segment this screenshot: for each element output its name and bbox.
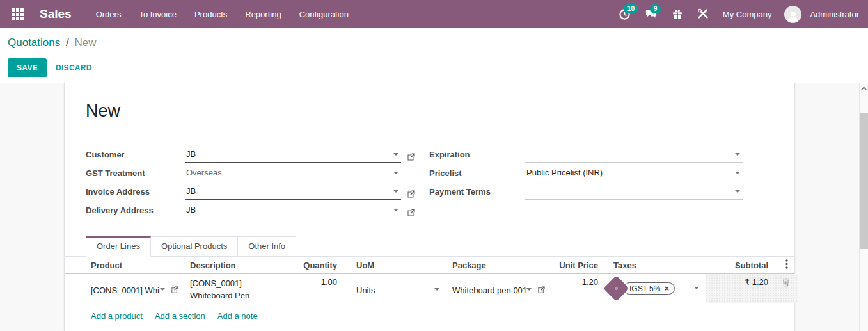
header-taxes: Taxes xyxy=(608,261,706,270)
field-gst-treatment: GST Treatment Overseas xyxy=(86,163,418,181)
expiration-value xyxy=(525,154,735,156)
customer-label: Customer xyxy=(86,150,185,163)
invoice-address-label: Invoice Address xyxy=(86,187,185,200)
uom-cell[interactable]: Units xyxy=(351,274,447,303)
user-avatar[interactable] xyxy=(784,6,801,23)
scrollbar-thumb[interactable] xyxy=(860,113,868,249)
field-pricelist: Pricelist Public Pricelist (INR) xyxy=(429,163,752,181)
tools-icon[interactable] xyxy=(692,4,714,24)
tab-optional-products[interactable]: Optional Products xyxy=(151,236,238,257)
header-package: Package xyxy=(447,261,551,270)
subtotal-readonly-cell: ₹ 1.20 xyxy=(706,274,798,303)
gst-treatment-label: GST Treatment xyxy=(86,168,185,181)
menu-to-invoice[interactable]: To Invoice xyxy=(131,1,184,28)
chevron-down-icon xyxy=(694,287,699,289)
chevron-down-icon xyxy=(160,288,165,291)
quantity-cell[interactable]: 1.00 xyxy=(294,274,342,303)
tax-badge-label: IGST 5% xyxy=(629,284,660,293)
gst-treatment-value: Overseas xyxy=(185,168,393,179)
order-lines-table: Product Description Quantity UoM Package… xyxy=(65,257,794,321)
control-panel: Quotations / New SAVE DISCARD xyxy=(0,28,868,83)
menu-configuration[interactable]: Configuration xyxy=(292,1,356,28)
tax-badge: IGST 5% × xyxy=(624,282,675,295)
header-quantity: Quantity xyxy=(294,261,342,270)
product-external-link-icon[interactable] xyxy=(171,286,179,294)
message-count-badge: 9 xyxy=(650,4,661,13)
systray: 10 9 My Company Administrator xyxy=(613,4,859,24)
uom-value: Units xyxy=(356,286,434,295)
delivery-address-label: Delivery Address xyxy=(86,206,185,218)
vertical-scrollbar[interactable] xyxy=(859,83,868,331)
breadcrumb-quotations[interactable]: Quotations xyxy=(8,36,60,49)
menu-reporting[interactable]: Reporting xyxy=(237,1,288,28)
discard-button[interactable]: DISCARD xyxy=(47,58,101,77)
chevron-down-icon xyxy=(526,288,532,291)
breadcrumb-separator: / xyxy=(63,36,72,49)
delete-row-trash-icon[interactable] xyxy=(773,274,798,289)
package-value: Whiteboard pen 001 xyxy=(452,286,526,295)
messages-chat-icon[interactable]: 9 xyxy=(640,4,663,24)
form-fields: Customer JB GST Treatment Overseas xyxy=(86,144,794,218)
header-description: Description xyxy=(185,261,294,270)
save-button[interactable]: SAVE xyxy=(8,58,47,77)
table-footer-links: Add a product Add a section Add a note xyxy=(65,303,794,321)
unit-price-cell[interactable]: 1.20 xyxy=(551,274,603,303)
delivery-address-input[interactable]: JB xyxy=(185,203,401,218)
app-brand[interactable]: Sales xyxy=(40,7,72,21)
menu-products[interactable]: Products xyxy=(187,1,235,28)
scroll-up-arrow-icon[interactable] xyxy=(860,83,868,93)
gift-icon[interactable] xyxy=(667,4,688,24)
taxes-cell[interactable]: IGST 5% × xyxy=(608,274,706,303)
product-cell[interactable]: [CONS_0001] Whitel xyxy=(86,274,185,303)
chevron-down-icon xyxy=(735,153,740,156)
table-row: [CONS_0001] Whitel [CONS_0001] Whiteboar… xyxy=(65,274,794,303)
header-uom: UoM xyxy=(351,261,447,270)
click-cursor-indicator xyxy=(603,275,629,302)
table-header-row: Product Description Quantity UoM Package… xyxy=(65,257,794,274)
pricelist-input[interactable]: Public Pricelist (INR) xyxy=(525,166,743,181)
package-external-link-icon[interactable] xyxy=(537,286,546,294)
delivery-address-value: JB xyxy=(185,205,393,216)
pricelist-label: Pricelist xyxy=(429,168,525,181)
content-area: New Customer JB GST Treatment Overs xyxy=(0,83,868,331)
breadcrumb: Quotations / New xyxy=(8,35,868,51)
expiration-label: Expiration xyxy=(429,150,525,163)
column-options-icon[interactable] xyxy=(773,259,794,271)
chevron-down-icon xyxy=(393,209,398,211)
add-note-link[interactable]: Add a note xyxy=(217,311,258,321)
chevron-down-icon xyxy=(735,172,740,174)
field-expiration: Expiration xyxy=(429,144,752,163)
payment-terms-label: Payment Terms xyxy=(429,187,525,200)
form-sheet: New Customer JB GST Treatment Overs xyxy=(64,83,795,331)
expiration-input[interactable] xyxy=(525,147,743,163)
tax-remove-icon[interactable]: × xyxy=(664,284,669,293)
product-value: [CONS_0001] Whitel xyxy=(91,286,160,295)
row-drag-handle[interactable] xyxy=(65,274,86,303)
tab-order-lines[interactable]: Order Lines xyxy=(86,236,151,257)
apps-menu-icon[interactable] xyxy=(9,6,26,22)
activity-count-badge: 10 xyxy=(624,4,638,13)
delivery-address-external-link-icon[interactable] xyxy=(407,208,416,217)
activity-clock-icon[interactable]: 10 xyxy=(613,4,636,24)
gst-treatment-select[interactable]: Overseas xyxy=(185,166,401,181)
add-section-link[interactable]: Add a section xyxy=(155,311,205,321)
menu-orders[interactable]: Orders xyxy=(88,1,129,28)
customer-external-link-icon[interactable] xyxy=(407,152,416,161)
breadcrumb-current: New xyxy=(74,36,96,49)
payment-terms-input[interactable] xyxy=(525,184,743,200)
customer-input[interactable]: JB xyxy=(185,147,401,163)
package-cell[interactable]: Whiteboard pen 001 xyxy=(447,274,551,303)
description-cell[interactable]: [CONS_0001] Whiteboard Pen xyxy=(185,274,294,303)
invoice-address-external-link-icon[interactable] xyxy=(407,190,416,198)
add-product-link[interactable]: Add a product xyxy=(91,311,143,321)
header-unit-price: Unit Price xyxy=(551,261,603,270)
field-customer: Customer JB xyxy=(86,144,418,163)
pricelist-value: Public Pricelist (INR) xyxy=(525,168,735,179)
invoice-address-input[interactable]: JB xyxy=(185,184,401,200)
tab-other-info[interactable]: Other Info xyxy=(238,236,296,257)
company-switcher[interactable]: My Company xyxy=(718,10,781,19)
chevron-down-icon xyxy=(735,190,740,193)
record-title: New xyxy=(86,101,794,121)
user-menu[interactable]: Administrator xyxy=(810,10,859,19)
chevron-down-icon xyxy=(393,153,398,156)
